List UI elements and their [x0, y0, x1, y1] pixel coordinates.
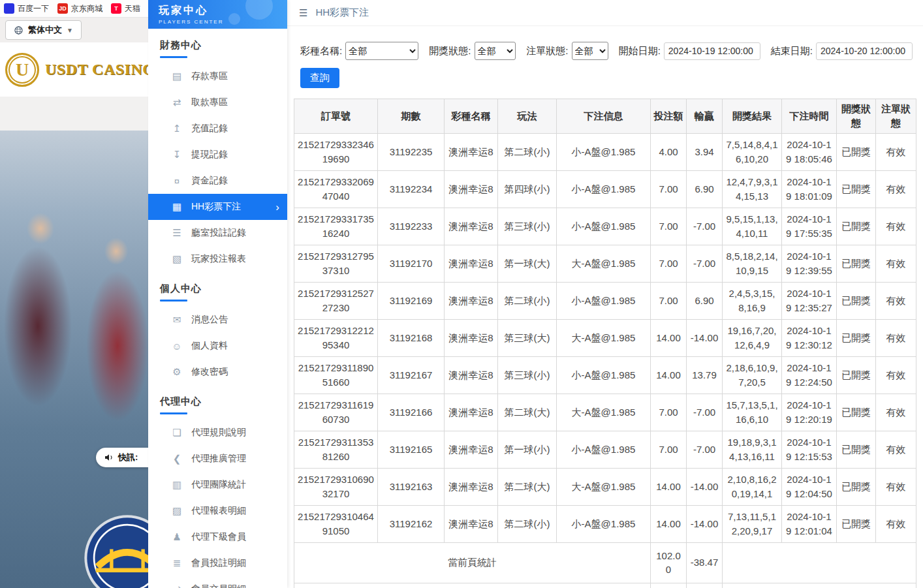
- table-cell: 2024-10-19 12:35:27: [782, 282, 837, 319]
- draw-status-select[interactable]: 全部: [475, 42, 516, 60]
- sidebar-item-funds-record[interactable]: ¤資金記錄: [148, 168, 287, 194]
- ticker-label: 快訊:: [118, 452, 138, 463]
- bookmark-tmall[interactable]: T天猫: [111, 3, 140, 14]
- table-cell: 4.00: [651, 133, 687, 170]
- withdraw-record-icon: ↧: [172, 149, 182, 161]
- sidebar-item-agent-rules[interactable]: ❏代理規則說明: [148, 420, 287, 446]
- table-cell: 澳洲幸运8: [445, 505, 498, 542]
- sidebar-item-withdraw[interactable]: ⇄取款專區: [148, 89, 287, 116]
- end-date-input[interactable]: [816, 42, 913, 60]
- draw-status-filter-label: 開獎狀態:: [429, 45, 471, 57]
- table-cell: 3.94: [687, 133, 723, 170]
- bookmark-jd[interactable]: JD京东商城: [57, 3, 102, 14]
- table-cell: -14.00: [687, 505, 723, 542]
- sidebar-item-agent-team-stats[interactable]: ▥代理團隊統計: [148, 472, 287, 498]
- table-cell: 19,16,7,20,12,6,4,9: [723, 319, 782, 356]
- table-cell: 澳洲幸运8: [445, 245, 498, 282]
- sidebar-item-profile[interactable]: ☺個人資料: [148, 333, 287, 359]
- sidebar-item-withdraw-record[interactable]: ↧提現記錄: [148, 142, 287, 168]
- table-row: 215217293106903217031192163澳洲幸运8第二球(大)大-…: [294, 468, 916, 505]
- table-row: 215217293125272723031192169澳洲幸运8第二球(小)小-…: [294, 282, 916, 319]
- table-cell: 2,4,5,3,15,8,16,9: [723, 282, 782, 319]
- table-cell: 小-A盤@1.985: [557, 356, 651, 394]
- sidebar-item-agent-report-detail[interactable]: ▨代理報表明細: [148, 498, 287, 524]
- sidebar-item-hh-lottery-bets[interactable]: ▦HH彩票下注›: [148, 194, 287, 220]
- table-cell: 第二球(小): [498, 133, 557, 170]
- sidebar-item-recharge-record[interactable]: ↥充值記錄: [148, 116, 287, 142]
- deposit-icon: ▤: [172, 70, 182, 82]
- column-header: 訂單號: [294, 99, 378, 134]
- sidebar-item-member-bet-detail[interactable]: ≣會員投註明細: [148, 550, 287, 576]
- table-cell: 小-A盤@1.985: [557, 282, 651, 319]
- language-selector[interactable]: 繁体中文 ▼: [5, 20, 82, 40]
- user-icon: ☺: [172, 341, 182, 352]
- section-title-text: 代理中心: [160, 395, 275, 408]
- start-date-input[interactable]: [664, 42, 760, 60]
- usdt-casino-logo: U USDT CASINO: [0, 42, 148, 97]
- table-cell: 7.00: [651, 394, 687, 431]
- speaker-icon: [104, 452, 114, 463]
- table-cell: 2152172931161960730: [294, 394, 378, 431]
- sidebar-item-label: 代理報表明細: [191, 505, 246, 517]
- table-cell: -14.00: [687, 319, 723, 356]
- table-cell: 14.00: [651, 356, 687, 394]
- table-cell: 澳洲幸运8: [445, 356, 498, 394]
- table-cell: 已開獎: [837, 208, 876, 245]
- bookmark-baidu[interactable]: 百度一下: [4, 3, 49, 14]
- table-row: 215217293127953731031192170澳洲幸运8第一球(大)大-…: [294, 245, 916, 282]
- funds-record-icon: ¤: [172, 176, 182, 187]
- sidebar-item-player-bet-report[interactable]: ▧玩家投注報表: [148, 246, 287, 272]
- sidebar-item-member-trade-detail[interactable]: ⇌會員交易明細: [148, 576, 287, 588]
- filter-bar: 彩種名稱: 全部 開獎狀態: 全部 注單狀態: 全部 開始日期: 結束日期:: [300, 42, 923, 60]
- lottery-select[interactable]: 全部: [345, 42, 418, 60]
- sidebar-item-room-bet-record[interactable]: ☰廳室投註記錄: [148, 220, 287, 246]
- sidebar-item-label: 代理團隊統計: [191, 479, 246, 491]
- sidebar-item-agent-sub-members[interactable]: ♟代理下級會員: [148, 524, 287, 550]
- search-button[interactable]: 查詢: [300, 68, 339, 88]
- order-status-select[interactable]: 全部: [572, 42, 608, 60]
- tmall-icon: T: [111, 3, 121, 14]
- table-cell: 31192170: [378, 245, 445, 282]
- room-bet-record-icon: ☰: [172, 227, 182, 239]
- column-header: 下注時間: [782, 99, 837, 134]
- table-cell: 9,5,15,1,13,4,10,11: [723, 208, 782, 245]
- table-cell: 2024-10-19 12:01:04: [782, 505, 837, 542]
- sidebar-item-label: 取款專區: [191, 97, 228, 108]
- sidebar-item-change-password[interactable]: ⚙修改密碼: [148, 359, 287, 385]
- section-underline: [160, 300, 187, 302]
- table-cell: 2024-10-19 12:15:53: [782, 431, 837, 468]
- table-cell: 13.79: [687, 356, 723, 394]
- table-cell: 第三球(小): [498, 208, 557, 245]
- jd-icon: JD: [57, 3, 68, 14]
- sidebar-item-deposit[interactable]: ▤存款專區: [148, 63, 287, 89]
- page-title: HH彩票下注: [315, 7, 369, 19]
- doc-icon: ❏: [172, 427, 182, 439]
- table-cell: 8,5,18,2,14,10,9,15: [723, 245, 782, 282]
- share-icon: ❮: [172, 453, 182, 465]
- table-row: 215217293320694704031192234澳洲幸运8第四球(小)小-…: [294, 170, 916, 208]
- section-title: 代理中心: [148, 385, 287, 420]
- topbar: ☰ HH彩票下注: [287, 0, 923, 26]
- column-header: 注單狀態: [876, 99, 916, 134]
- table-cell: 已開獎: [837, 468, 876, 505]
- bet-table: 訂單號期數彩種名稱玩法下注信息投注額輸贏開獎結果下注時間開獎狀態注單狀態 215…: [294, 99, 916, 588]
- table-cell: 有效: [876, 319, 916, 356]
- sidebar-item-announcements[interactable]: ✉消息公告: [148, 307, 287, 333]
- column-header: 下注信息: [557, 99, 651, 134]
- table-cell: 已開獎: [837, 319, 876, 356]
- main-content: ☰ HH彩票下注 彩種名稱: 全部 開獎狀態: 全部 注單狀態: 全部 開始日期…: [287, 0, 923, 588]
- sidebar-item-agent-promotion[interactable]: ❮代理推廣管理: [148, 446, 287, 472]
- table-cell: 有效: [876, 505, 916, 542]
- summary-bet-total: 102.00: [651, 583, 687, 588]
- news-ticker[interactable]: 快訊:: [96, 448, 148, 467]
- table-cell: 2152172931046491050: [294, 505, 378, 542]
- summary-win-loss-total: -38.47: [687, 542, 723, 583]
- table-cell: 小-A盤@1.985: [557, 133, 651, 170]
- table-cell: 2152172931279537310: [294, 245, 378, 282]
- sidebar-item-label: 消息公告: [191, 314, 228, 326]
- bookmark-label: 百度一下: [18, 3, 49, 14]
- table-row: 215217293118905166031192167澳洲幸运8第三球(小)小-…: [294, 356, 916, 394]
- table-cell: -7.00: [687, 394, 723, 431]
- menu-toggle-icon[interactable]: ☰: [299, 7, 307, 19]
- sidebar-item-label: 會員交易明細: [191, 583, 246, 588]
